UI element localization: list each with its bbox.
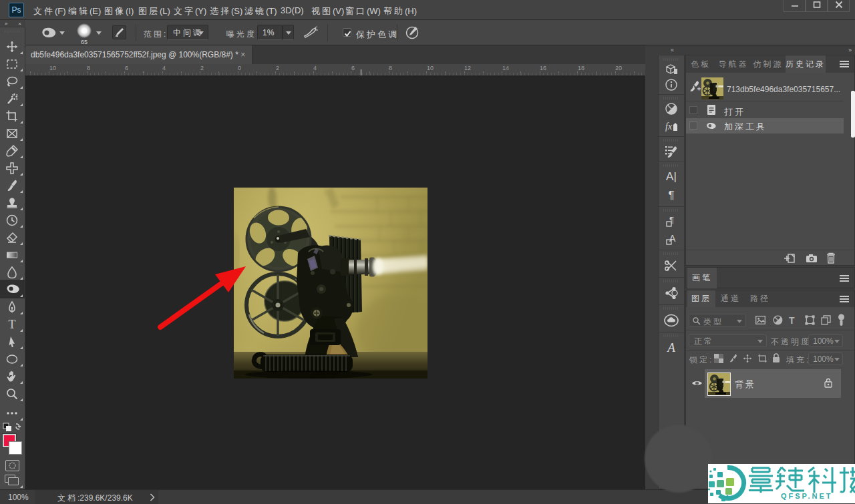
svg-text:T: T [9, 318, 16, 331]
svg-text:A: A [669, 233, 676, 244]
svg-text:fx: fx [665, 121, 673, 132]
svg-text:QFSP.NET: QFSP.NET [781, 492, 833, 500]
